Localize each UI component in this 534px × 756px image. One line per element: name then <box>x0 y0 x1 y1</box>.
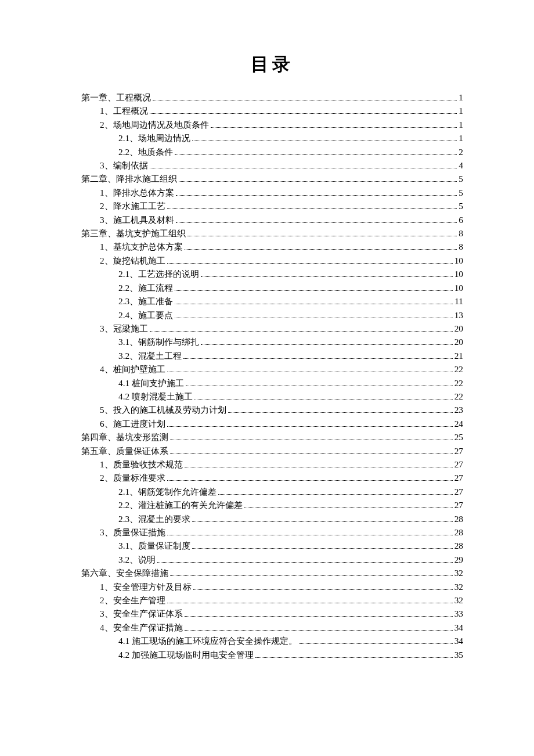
toc-entry-page: 32 <box>454 566 463 579</box>
toc-entry[interactable]: 5、投入的施工机械及劳动力计划23 <box>81 403 463 416</box>
toc-entry[interactable]: 3、安全生产保证体系33 <box>81 607 463 620</box>
toc-leader-dots <box>167 257 453 264</box>
toc-entry[interactable]: 6、施工进度计划24 <box>81 417 463 430</box>
toc-leader-dots <box>157 556 453 563</box>
toc-entry-page: 13 <box>454 308 463 322</box>
toc-entry-page: 8 <box>459 240 463 253</box>
toc-entry-label: 2、旋挖钻机施工 <box>100 254 165 267</box>
toc-entry-label: 3.1、质量保证制度 <box>118 539 190 552</box>
toc-entry[interactable]: 4.1 施工现场的施工环境应符合安全操作规定。34 <box>81 634 463 647</box>
toc-entry-page: 21 <box>454 349 463 362</box>
toc-entry-page: 5 <box>459 186 463 199</box>
toc-entry[interactable]: 2、降水施工工艺5 <box>81 199 463 213</box>
toc-entry-label: 4、桩间护壁施工 <box>100 362 165 376</box>
toc-entry-page: 27 <box>454 444 463 458</box>
toc-entry-page: 8 <box>459 226 463 240</box>
toc-entry-page: 25 <box>454 430 463 444</box>
toc-entry[interactable]: 2.4、施工要点13 <box>81 308 463 322</box>
toc-entry-label: 1、基坑支护总体方案 <box>100 240 183 253</box>
toc-leader-dots <box>211 121 457 128</box>
toc-entry[interactable]: 2.2、灌注桩施工的有关允许偏差27 <box>81 498 463 512</box>
toc-entry[interactable]: 2.1、场地周边情况1 <box>81 131 463 145</box>
toc-entry[interactable]: 3.2、说明29 <box>81 553 463 566</box>
toc-leader-dots <box>150 161 457 168</box>
toc-leader-dots <box>170 570 453 577</box>
toc-entry[interactable]: 3、编制依据4 <box>81 159 463 172</box>
toc-entry[interactable]: 4.2 喷射混凝土施工22 <box>81 390 463 403</box>
toc-leader-dots <box>194 393 453 399</box>
toc-entry[interactable]: 2.3、施工准备11 <box>81 294 463 308</box>
toc-leader-dots <box>192 515 453 522</box>
toc-entry[interactable]: 4.2 加强施工现场临时用电安全管理35 <box>81 648 463 661</box>
toc-entry[interactable]: 第三章、基坑支护施工组织8 <box>81 226 463 240</box>
toc-entry[interactable]: 1、质量验收技术规范27 <box>81 458 463 471</box>
toc-entry-page: 11 <box>454 294 463 308</box>
toc-entry[interactable]: 3、质量保证措施28 <box>81 525 463 539</box>
toc-entry[interactable]: 2.3、混凝土的要求28 <box>81 512 463 525</box>
toc-leader-dots <box>186 379 453 386</box>
toc-entry[interactable]: 3.1、质量保证制度28 <box>81 539 463 552</box>
toc-entry[interactable]: 2、安全生产管理32 <box>81 593 463 607</box>
toc-entry[interactable]: 3.1、钢筋制作与绑扎20 <box>81 335 463 348</box>
toc-entry-label: 4.1 桩间支护施工 <box>118 376 184 390</box>
toc-entry-page: 33 <box>454 607 463 620</box>
toc-entry-label: 2.1、钢筋笼制作允许偏差 <box>118 485 217 498</box>
toc-leader-dots <box>187 229 457 236</box>
toc-entry[interactable]: 2.1、工艺选择的说明10 <box>81 267 463 280</box>
toc-entry[interactable]: 4.1 桩间支护施工22 <box>81 376 463 390</box>
toc-leader-dots <box>175 297 453 304</box>
toc-leader-dots <box>175 284 453 291</box>
toc-leader-dots <box>201 271 453 278</box>
toc-entry[interactable]: 1、工程概况1 <box>81 104 463 117</box>
toc-leader-dots <box>192 542 453 549</box>
toc-entry[interactable]: 2、质量标准要求27 <box>81 471 463 484</box>
toc-leader-dots <box>175 311 453 318</box>
toc-entry-label: 2.2、灌注桩施工的有关允许偏差 <box>118 498 243 512</box>
toc-leader-dots <box>185 243 457 250</box>
toc-entry-label: 第一章、工程概况 <box>81 91 151 104</box>
toc-entry-page: 20 <box>454 335 463 348</box>
toc-entry[interactable]: 1、降排水总体方案5 <box>81 186 463 199</box>
toc-leader-dots <box>167 365 453 372</box>
toc-entry-page: 28 <box>454 539 463 552</box>
toc-entry[interactable]: 第二章、降排水施工组织5 <box>81 172 463 185</box>
toc-entry[interactable]: 第四章、基坑变形监测25 <box>81 430 463 444</box>
toc-entry[interactable]: 第六章、安全保障措施32 <box>81 566 463 579</box>
toc-entry-page: 1 <box>459 104 463 117</box>
toc-entry-label: 1、降排水总体方案 <box>100 186 174 199</box>
toc-entry[interactable]: 2.2、地质条件2 <box>81 145 463 159</box>
toc-leader-dots <box>185 610 453 617</box>
toc-entry-label: 1、质量验收技术规范 <box>100 458 183 471</box>
toc-entry[interactable]: 第一章、工程概况1 <box>81 91 463 104</box>
toc-entry-page: 22 <box>454 362 463 376</box>
toc-entry-label: 3.2、混凝土工程 <box>118 349 182 362</box>
toc-entry[interactable]: 3、施工机具及材料6 <box>81 213 463 226</box>
toc-entry-label: 2、场地周边情况及地质条件 <box>100 118 209 131</box>
toc-leader-dots <box>167 528 453 535</box>
toc-entry-label: 5、投入的施工机械及劳动力计划 <box>100 403 226 416</box>
toc-leader-dots <box>218 488 453 495</box>
toc-entry-page: 29 <box>454 553 463 566</box>
toc-entry-label: 2.2、地质条件 <box>118 145 173 159</box>
toc-leader-dots <box>170 433 453 440</box>
toc-entry[interactable]: 2.2、施工流程10 <box>81 281 463 294</box>
toc-entry[interactable]: 2.1、钢筋笼制作允许偏差27 <box>81 485 463 498</box>
toc-leader-dots <box>201 339 453 345</box>
toc-entry[interactable]: 3、冠梁施工20 <box>81 322 463 335</box>
toc-entry-label: 4.2 喷射混凝土施工 <box>118 390 193 403</box>
toc-entry[interactable]: 第五章、质量保证体系27 <box>81 444 463 458</box>
toc-leader-dots <box>170 447 453 454</box>
toc-entry[interactable]: 1、基坑支护总体方案8 <box>81 240 463 253</box>
toc-entry[interactable]: 4、桩间护壁施工22 <box>81 362 463 376</box>
toc-entry[interactable]: 3.2、混凝土工程21 <box>81 349 463 362</box>
toc-entry[interactable]: 4、安全生产保证措施34 <box>81 621 463 634</box>
toc-leader-dots <box>167 474 453 481</box>
toc-leader-dots <box>228 406 453 413</box>
toc-entry-page: 1 <box>459 91 463 104</box>
toc-entry[interactable]: 2、场地周边情况及地质条件1 <box>81 118 463 131</box>
toc-leader-dots <box>244 501 453 508</box>
toc-entry-label: 2.1、场地周边情况 <box>118 131 190 145</box>
toc-entry-label: 1、工程概况 <box>100 104 148 117</box>
toc-entry[interactable]: 1、安全管理方针及目标32 <box>81 580 463 593</box>
toc-entry[interactable]: 2、旋挖钻机施工10 <box>81 254 463 267</box>
